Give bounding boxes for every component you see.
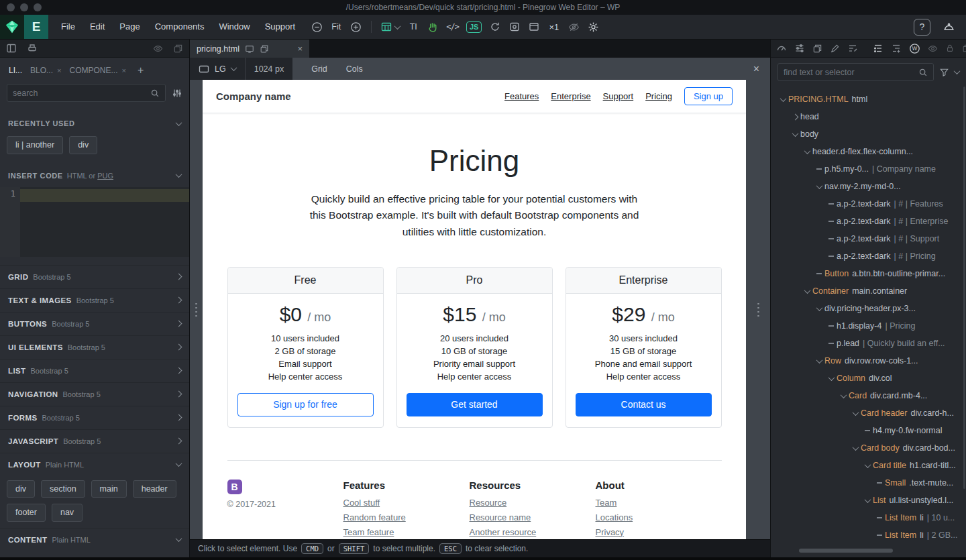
insert-code-header[interactable]: INSERT CODE HTML or PUG: [0, 167, 189, 184]
reload-button[interactable]: [486, 18, 504, 36]
chevron-down-icon[interactable]: [852, 444, 859, 451]
code-view-button[interactable]: </>: [443, 18, 462, 36]
menu-support[interactable]: Support: [258, 15, 303, 39]
tree-node-p[interactable]: p.lead| Quickly build an eff...: [771, 335, 966, 352]
tree-node-list-item[interactable]: List Itemli| 2 GB...: [771, 526, 966, 544]
tree-node-nav[interactable]: nav.my-2.my-md-0...: [771, 178, 966, 195]
footer-link-privacy[interactable]: Privacy: [596, 527, 722, 537]
page-title[interactable]: Pricing: [203, 144, 746, 178]
footer-link-random-feature[interactable]: Random feature: [343, 512, 470, 522]
library-tab-compone[interactable]: COMPONE...×: [67, 64, 127, 76]
performance-button[interactable]: [776, 43, 787, 54]
chevron-down-icon[interactable]: [780, 95, 786, 102]
help-button[interactable]: ?: [914, 19, 930, 36]
zoom-window-button[interactable]: [34, 3, 42, 11]
viewport-size-control[interactable]: LG 1024 px: [190, 58, 292, 80]
insert-footer[interactable]: footer: [7, 504, 46, 522]
chevron-down-icon[interactable]: [864, 461, 871, 468]
tree-lock-button[interactable]: [945, 44, 955, 53]
library-tab-li[interactable]: LI...: [7, 64, 24, 76]
library-search-input[interactable]: [13, 89, 150, 98]
cta-enterprise[interactable]: Contact us: [576, 393, 712, 416]
page-lead[interactable]: Quickly build an effective pricing table…: [302, 191, 647, 240]
library-section-layout[interactable]: LAYOUT Plain HTML: [0, 453, 189, 476]
footer-link-locations[interactable]: Locations: [596, 512, 722, 522]
add-library-tab-button[interactable]: +: [138, 64, 144, 76]
library-filter-button[interactable]: [172, 88, 182, 99]
tree-node-list-item[interactable]: List Itemli| 10 u...: [771, 509, 966, 526]
interactions-button[interactable]: [424, 18, 441, 36]
footer-link-cool-stuff[interactable]: Cool stuff: [343, 498, 470, 508]
library-section-buttons[interactable]: BUTTONSBootstrap 5: [0, 312, 189, 335]
tree-node-card[interactable]: Carddiv.card.mb-4...: [771, 387, 966, 404]
tree-node-small[interactable]: Small.text-mute...: [771, 474, 966, 492]
tree-node-row[interactable]: Rowdiv.row.row-cols-1...: [771, 352, 966, 370]
tree-view-button[interactable]: [873, 43, 883, 54]
pricing-card-pro[interactable]: Pro$15 / mo20 users included10 GB of sto…: [396, 267, 553, 427]
chevron-down-icon[interactable]: [816, 182, 822, 189]
library-tab-blo[interactable]: BLO...×: [28, 64, 63, 76]
tree-node-button[interactable]: Buttona.btn.btn-outline-primar...: [771, 265, 966, 282]
chevron-down-icon[interactable]: [954, 68, 961, 74]
style-button[interactable]: [830, 44, 840, 54]
tree-node-header[interactable]: header.d-flex.flex-column...: [771, 143, 966, 160]
dock-panel-button[interactable]: [6, 43, 17, 54]
chevron-down-icon[interactable]: [864, 496, 871, 503]
fit-button[interactable]: Fit: [327, 18, 345, 36]
support-dish-button[interactable]: [940, 18, 958, 36]
library-section-forms[interactable]: FORMSBootstrap 5: [0, 406, 189, 429]
recent-item-li-another[interactable]: li | another: [7, 136, 63, 154]
menu-page[interactable]: Page: [112, 15, 147, 39]
tree-node-h4[interactable]: h4.my-0.fw-normal: [771, 422, 966, 439]
wordpress-button[interactable]: W: [909, 43, 920, 54]
zoom-level-label[interactable]: ×1: [545, 22, 563, 32]
tree-expand-button[interactable]: [891, 43, 902, 54]
close-tab-button[interactable]: ×: [297, 44, 303, 54]
footer-link-resource-name[interactable]: Resource name: [470, 512, 596, 522]
panel-duplicate-button[interactable]: [173, 44, 183, 54]
insert-section[interactable]: section: [41, 480, 85, 498]
pricing-card-enterprise[interactable]: Enterprise$29 / mo30 users included15 GB…: [566, 267, 722, 427]
close-page-view-button[interactable]: ×: [753, 63, 759, 75]
tree-node-list[interactable]: Listul.list-unstyled.l...: [771, 492, 966, 509]
nav-link-enterprise[interactable]: Enterprise: [551, 91, 590, 101]
library-section-grid[interactable]: GRIDBootstrap 5: [0, 265, 189, 288]
menu-edit[interactable]: Edit: [83, 15, 112, 39]
footer-link-another-resource[interactable]: Another resource: [470, 527, 596, 537]
tree-filter-button[interactable]: [939, 67, 949, 77]
footer-link-resource[interactable]: Resource: [470, 498, 596, 508]
menu-file[interactable]: File: [54, 15, 83, 39]
viewport-width-label[interactable]: 1024 px: [245, 58, 284, 80]
duplicate-panel-button[interactable]: [812, 44, 822, 54]
nav-link-features[interactable]: Features: [504, 91, 539, 101]
zoom-in-button[interactable]: [347, 18, 364, 36]
tree-node-card-body[interactable]: Card bodydiv.card-bod...: [771, 439, 966, 457]
tree-vertical-scrollbar[interactable]: [963, 87, 965, 489]
tree-node-a[interactable]: a.p-2.text-dark| # | Pricing: [771, 247, 966, 265]
insert-div[interactable]: div: [7, 480, 35, 498]
code-area[interactable]: [20, 187, 189, 257]
tree-node-a[interactable]: a.p-2.text-dark| # | Support: [771, 230, 966, 247]
tree-node-container[interactable]: Containermain.container: [771, 282, 966, 300]
list-edit-button[interactable]: [847, 43, 858, 54]
pinegrow-logo[interactable]: [0, 15, 24, 39]
page-header[interactable]: Company name FeaturesEnterpriseSupportPr…: [203, 80, 746, 113]
chevron-down-icon[interactable]: [804, 148, 810, 154]
overlay-button[interactable]: [506, 18, 523, 36]
library-section-text-images[interactable]: TEXT & IMAGESBootstrap 5: [0, 288, 189, 312]
tree-search-box[interactable]: [777, 63, 934, 81]
chevron-down-icon[interactable]: [852, 409, 859, 416]
library-section-ui-elements[interactable]: UI ELEMENTSBootstrap 5: [0, 335, 189, 359]
insert-code-editor[interactable]: 1: [0, 187, 189, 257]
footer-link-team[interactable]: Team: [596, 498, 722, 508]
tree-node-body[interactable]: body: [771, 125, 966, 143]
library-section-navigation[interactable]: NAVIGATIONBootstrap 5: [0, 382, 189, 406]
editor-logo[interactable]: E: [24, 15, 48, 39]
close-tab-icon[interactable]: ×: [121, 66, 125, 74]
cta-pro[interactable]: Get started: [407, 393, 543, 416]
bootstrap-logo[interactable]: B: [227, 480, 242, 494]
nav-link-pricing[interactable]: Pricing: [645, 91, 672, 101]
panel-visibility-button[interactable]: [153, 44, 163, 54]
grid-toggle[interactable]: Grid: [311, 64, 327, 74]
tree-copy-button[interactable]: [962, 44, 966, 53]
